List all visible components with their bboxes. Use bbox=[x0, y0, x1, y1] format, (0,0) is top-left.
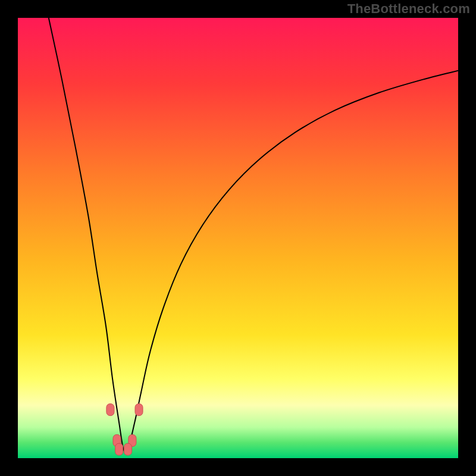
curve-marker bbox=[107, 404, 114, 416]
chart-frame: TheBottleneck.com bbox=[0, 0, 476, 476]
curve-marker bbox=[115, 443, 123, 455]
watermark-text: TheBottleneck.com bbox=[347, 1, 470, 17]
curve-marker bbox=[124, 443, 132, 455]
gradient-background bbox=[18, 18, 458, 458]
chart-svg bbox=[18, 18, 458, 458]
curve-marker bbox=[135, 404, 143, 416]
plot-area bbox=[18, 18, 458, 458]
